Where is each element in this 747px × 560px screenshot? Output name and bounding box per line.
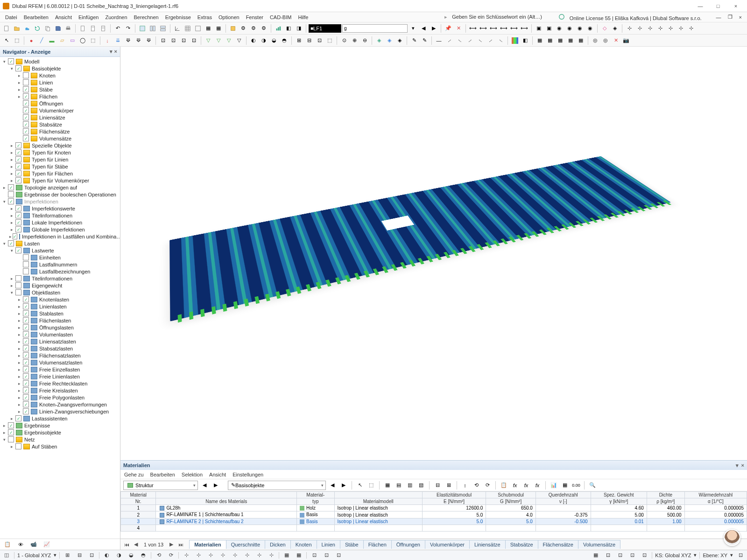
sb-i6[interactable]: ◒ (127, 551, 136, 560)
cell[interactable]: Isotrop | Linear elastisch (334, 505, 422, 511)
copy-icon[interactable] (43, 24, 52, 33)
tree-item[interactable]: ▸✓Typen für Knoten (0, 149, 120, 156)
view3-icon[interactable] (158, 24, 168, 33)
tree-item[interactable]: ▸✓Liniensatzlasten (0, 338, 120, 345)
tree-arrow-icon[interactable]: ▸ (17, 374, 22, 379)
sb-i19[interactable]: ▦ (294, 551, 303, 560)
result2-icon[interactable]: ◧ (284, 24, 293, 33)
misc4-icon[interactable]: ◓ (280, 36, 289, 45)
mt12-icon[interactable]: 📋 (499, 481, 508, 490)
dim1-icon[interactable]: ⟷ (468, 24, 478, 33)
mt-fx-icon[interactable]: fx (510, 481, 520, 490)
cell[interactable]: RF-LAMINATE 2 | Schichtenaufbau 2 (156, 518, 297, 525)
grid-t3-icon[interactable]: ▦ (556, 36, 565, 45)
col-header[interactable] (156, 492, 297, 498)
tree-arrow-icon[interactable]: ▸ (17, 367, 22, 372)
undo-icon[interactable]: ↶ (113, 24, 122, 33)
sb-i9[interactable]: ⟳ (166, 551, 176, 560)
tree-arrow-icon[interactable]: ▸ (17, 353, 22, 358)
sb-i12[interactable]: ⊹ (206, 551, 215, 560)
mt10-icon[interactable]: ⟲ (472, 481, 481, 490)
page-first-icon[interactable]: ⏮ (122, 542, 131, 547)
mat-next-icon[interactable]: ▶ (211, 481, 220, 490)
mat-menu-gehezu[interactable]: Gehe zu (124, 472, 144, 477)
cell[interactable]: 4.0 (486, 511, 536, 518)
tree-arrow-icon[interactable]: ▸ (17, 402, 22, 407)
render3-icon[interactable]: ◉ (555, 24, 564, 33)
tree-checkbox[interactable]: ✓ (23, 261, 29, 267)
mt5-icon[interactable]: ▥ (405, 481, 415, 490)
mt-search-icon[interactable]: 🔍 (588, 481, 597, 490)
tree-arrow-icon[interactable]: ▾ (2, 199, 7, 204)
tree-arrow-icon[interactable]: ▸ (2, 185, 7, 190)
tree-item[interactable]: ✓Volumensätze (0, 135, 120, 142)
tree-item[interactable]: ▸✓Imperfektionswerte (0, 205, 120, 212)
tree-arrow-icon[interactable]: ▸ (9, 213, 14, 218)
table-row[interactable]: 2RF-LAMINATE 1 | Schichtenaufbau 1BasisI… (121, 511, 747, 518)
tree-checkbox[interactable]: ✓ (23, 303, 29, 309)
tree-item[interactable]: ▸✓Knotenlasten (0, 296, 120, 303)
snap2-icon[interactable]: ⊹ (635, 24, 644, 33)
tree-item[interactable]: ▸✓Topologie anzeigen auf (0, 184, 120, 191)
user-avatar[interactable] (724, 529, 740, 546)
cell[interactable]: 5.0 (422, 511, 486, 518)
tree-item[interactable]: ▸✓Spezielle Objekte (0, 142, 120, 149)
snap5-icon[interactable]: ⊹ (666, 24, 675, 33)
snap7-icon[interactable]: ⊹ (686, 24, 696, 33)
cell[interactable]: Isotrop | Linear elastisch (334, 511, 422, 518)
line4-icon[interactable]: ⟋ (465, 36, 474, 45)
page-prev-icon[interactable]: ◀ (132, 541, 140, 547)
coord-icon[interactable] (173, 24, 182, 33)
cell[interactable]: Basis (297, 518, 335, 525)
doc-min[interactable]: — (713, 13, 725, 21)
mt9-icon[interactable]: ↕ (460, 481, 470, 490)
tree-arrow-icon[interactable]: ▾ (9, 66, 14, 71)
tree-checkbox[interactable]: ✓ (23, 352, 29, 358)
tree-item[interactable]: ▸✓Freie Polygonlasten (0, 394, 120, 401)
grid-t1-icon[interactable]: ▦ (535, 36, 544, 45)
materials-table[interactable]: MaterialMaterial-ElastizitätsmodulSchubm… (120, 491, 747, 532)
render5-icon[interactable]: ◉ (575, 24, 585, 33)
tree-item[interactable]: ✓Volumenkörper (0, 107, 120, 114)
tree-checkbox[interactable]: ✓ (8, 198, 14, 204)
col-header[interactable]: G [N/mm²] (486, 498, 536, 505)
redo-icon[interactable]: ↷ (123, 24, 133, 33)
tree-item[interactable]: ▸✓Volumensatzlasten (0, 359, 120, 366)
tree-arrow-icon[interactable]: ▸ (17, 311, 22, 316)
tree-arrow-icon[interactable]: ▸ (9, 143, 14, 148)
tree-arrow-icon[interactable]: ▸ (2, 423, 7, 428)
table-tab[interactable]: Querschnitte (226, 540, 265, 549)
cell[interactable]: 3 (121, 518, 156, 525)
grid-t2-icon[interactable]: ▦ (545, 36, 555, 45)
calc-icon[interactable] (228, 24, 238, 33)
nav-pin-icon[interactable]: ▾ (110, 49, 113, 55)
tree-checkbox[interactable]: ✓ (23, 387, 29, 393)
zoom3-icon[interactable]: ⊖ (360, 36, 369, 45)
sb-i18[interactable]: ▦ (282, 551, 291, 560)
col-header[interactable]: γ [kN/m³] (591, 498, 647, 505)
tree-checkbox[interactable]: ✓ (15, 212, 21, 218)
tree-item[interactable]: ✓Einheiten (0, 254, 120, 261)
result1-icon[interactable] (274, 24, 283, 33)
tree-item[interactable]: ✓Stabsätze (0, 121, 120, 128)
col-header[interactable]: Dichte (647, 492, 684, 498)
sb-i22[interactable]: ⊡ (334, 551, 343, 560)
tree-checkbox[interactable]: ✓ (23, 135, 29, 141)
page-next-icon[interactable]: ▶ (167, 541, 176, 547)
table-tab[interactable]: Liniensätze (469, 540, 506, 549)
tree-checkbox[interactable]: ✓ (23, 121, 29, 127)
tree-arrow-icon[interactable]: ▾ (2, 437, 7, 442)
lf-next-icon[interactable]: ▶ (429, 24, 438, 33)
tree-checkbox[interactable]: ✓ (8, 429, 14, 435)
cell[interactable]: 4 (121, 525, 156, 532)
dim4-icon[interactable]: ⟷ (499, 24, 508, 33)
tree-item[interactable]: ▾✓Lasten (0, 240, 120, 247)
tree-arrow-icon[interactable]: ▸ (17, 360, 22, 365)
sb-i1[interactable]: ⊞ (63, 551, 72, 560)
nav-close-icon[interactable]: × (114, 49, 117, 55)
loadcase-input[interactable] (342, 24, 408, 33)
grid-icon[interactable] (183, 24, 192, 33)
tree-item[interactable]: ▸✓Ergebnisse (0, 422, 120, 429)
tree-item[interactable]: ✓Flächensätze (0, 128, 120, 135)
tree-arrow-icon[interactable]: ▸ (17, 346, 22, 351)
